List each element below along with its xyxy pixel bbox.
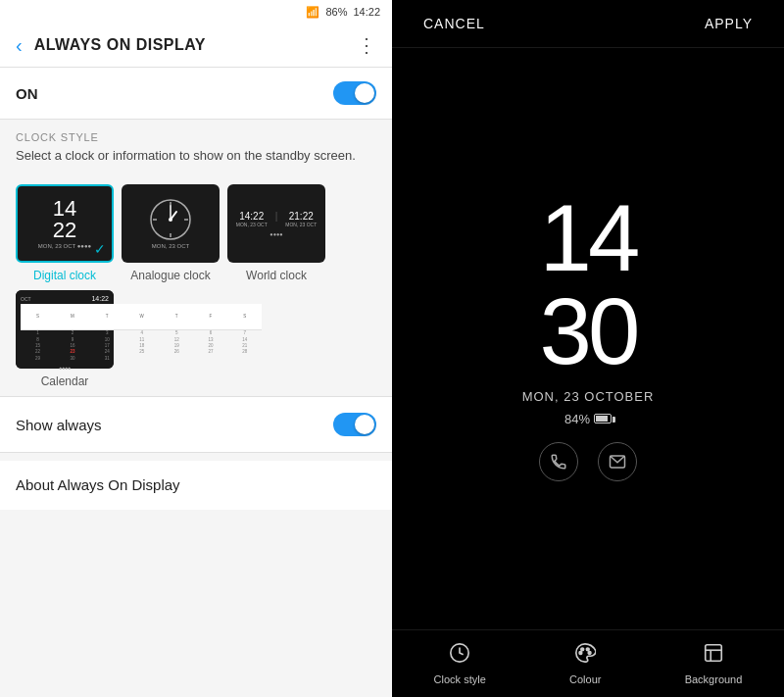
wifi-icon: 📶 <box>306 6 319 19</box>
svg-rect-14 <box>706 645 722 662</box>
about-label: About Always On Display <box>16 476 180 493</box>
world-clock-label: World clock <box>246 269 307 282</box>
digital-clock-thumb[interactable]: 1422 MON, 23 OCT ●●●● ✓ <box>16 184 114 263</box>
clock-icon <box>449 642 470 670</box>
digital-clock-item[interactable]: 1422 MON, 23 OCT ●●●● ✓ Digital clock <box>16 184 114 282</box>
app-header: ‹ ALWAYS ON DISPLAY ⋮ <box>0 24 392 68</box>
preview-top-bar: CANCEL APPLY <box>392 0 784 48</box>
svg-point-13 <box>588 652 591 655</box>
email-icon-button[interactable] <box>598 442 637 481</box>
nav-clock-style[interactable]: Clock style <box>434 642 486 685</box>
world-label-1: MON, 23 OCT <box>236 222 268 227</box>
cal-time: 14:22 <box>91 295 109 302</box>
battery-percentage: 84% <box>564 412 590 426</box>
on-toggle[interactable] <box>333 81 376 105</box>
cal-month: OCT <box>21 296 31 302</box>
world-clock-display: 14:22 MON, 23 OCT | 21:22 MON, 23 OCT <box>236 211 318 227</box>
clock-style-section: CLOCK STYLE Select a clock or informatio… <box>0 120 392 396</box>
digital-clock-date: MON, 23 OCT ●●●● <box>38 243 91 249</box>
preview-battery: 84% <box>564 412 612 426</box>
digital-clock-label: Digital clock <box>33 269 96 282</box>
nav-colour[interactable]: Colour <box>569 642 601 685</box>
analogue-clock-svg <box>149 198 192 241</box>
world-clock-thumb[interactable]: 14:22 MON, 23 OCT | 21:22 MON, 23 OCT ●●… <box>227 184 325 263</box>
battery-text: 86% <box>325 6 347 18</box>
menu-button[interactable]: ⋮ <box>357 33 376 57</box>
page-title: ALWAYS ON DISPLAY <box>34 36 345 54</box>
on-label: ON <box>16 85 38 102</box>
nav-background[interactable]: Background <box>685 642 743 685</box>
svg-point-7 <box>169 218 172 222</box>
back-button[interactable]: ‹ <box>16 34 23 57</box>
nav-background-label: Background <box>685 673 743 685</box>
svg-point-10 <box>579 652 582 655</box>
calendar-display: OCT 14:22 S M T W T F S 1 2 <box>16 290 114 369</box>
on-toggle-row: ON <box>0 68 392 120</box>
preview-date: MON, 23 OCTOBER <box>522 389 655 404</box>
bottom-nav: Clock style Colour <box>392 629 784 697</box>
preview-minute: 30 <box>540 289 637 373</box>
calendar-label: Calendar <box>41 374 89 388</box>
svg-point-11 <box>581 648 584 651</box>
show-always-toggle[interactable] <box>333 413 376 436</box>
world-date: ●●●● <box>270 231 282 237</box>
show-always-label: Show always <box>16 417 102 433</box>
phone-icon <box>550 453 567 471</box>
clock-grid: 1422 MON, 23 OCT ●●●● ✓ Digital clock <box>0 176 392 396</box>
email-icon <box>609 453 626 471</box>
world-label-2: MON, 23 OCT <box>285 222 317 227</box>
analogue-clock-thumb[interactable]: MON, 23 OCT <box>122 184 220 263</box>
apply-button[interactable]: APPLY <box>705 16 753 31</box>
about-row[interactable]: About Always On Display <box>0 461 392 510</box>
show-always-row: Show always <box>0 396 392 453</box>
cancel-button[interactable]: CANCEL <box>423 16 485 31</box>
status-time: 14:22 <box>353 6 380 18</box>
preview-hour: 14 <box>540 196 637 280</box>
preview-area: 14 30 MON, 23 OCTOBER 84% <box>392 48 784 629</box>
nav-colour-label: Colour <box>569 673 601 685</box>
calendar-thumb[interactable]: OCT 14:22 S M T W T F S 1 2 <box>16 290 114 369</box>
analogue-clock-label: Analogue clock <box>130 269 210 282</box>
phone-icon-button[interactable] <box>539 442 578 481</box>
world-time-2: 21:22 <box>289 211 314 222</box>
background-icon <box>703 642 724 670</box>
left-panel: 📶 86% 14:22 ‹ ALWAYS ON DISPLAY ⋮ ON CLO… <box>0 0 392 697</box>
status-bar: 📶 86% 14:22 <box>0 0 392 24</box>
world-clock-item[interactable]: 14:22 MON, 23 OCT | 21:22 MON, 23 OCT ●●… <box>227 184 325 282</box>
preview-notification-icons <box>539 442 637 481</box>
cal-footer: ●●●● <box>21 365 109 371</box>
right-panel: CANCEL APPLY 14 30 MON, 23 OCTOBER 84% <box>392 0 784 697</box>
digital-clock-time: 1422 <box>53 198 76 241</box>
svg-point-12 <box>587 648 590 651</box>
clock-style-label: CLOCK STYLE <box>0 120 392 147</box>
battery-icon <box>594 414 612 423</box>
colour-icon <box>574 642 596 670</box>
nav-clock-style-label: Clock style <box>434 673 486 685</box>
world-time-1: 14:22 <box>239 211 264 222</box>
clock-style-desc: Select a clock or information to show on… <box>0 147 392 176</box>
analogue-clock-item[interactable]: MON, 23 OCT Analogue clock <box>122 184 220 282</box>
calendar-clock-item[interactable]: OCT 14:22 S M T W T F S 1 2 <box>16 290 114 388</box>
selected-check-icon: ✓ <box>94 241 106 257</box>
analogue-date: MON, 23 OCT <box>152 243 189 249</box>
